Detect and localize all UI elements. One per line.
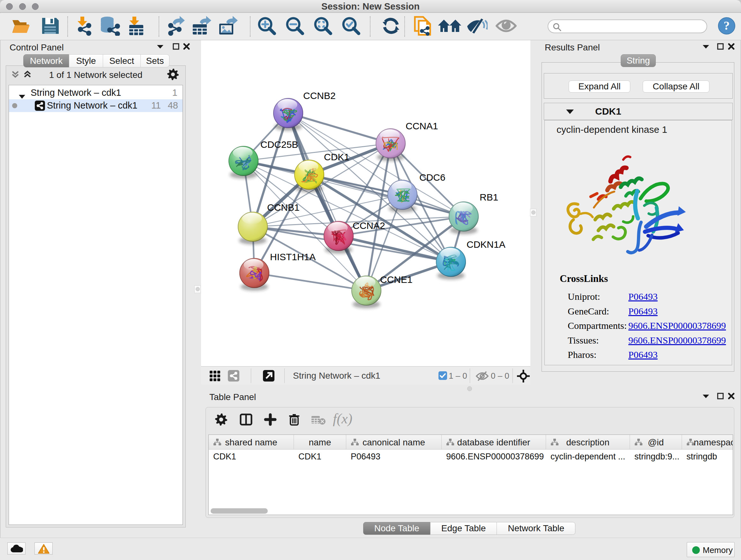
network-node-CCNE1[interactable] (351, 275, 381, 308)
open-view-in-window-icon[interactable] (263, 370, 274, 381)
hide-selected-icon[interactable] (467, 17, 488, 37)
network-node-CCNA1[interactable] (376, 128, 406, 161)
section-expander-icon[interactable] (566, 109, 574, 116)
tab-select[interactable]: Select (103, 54, 141, 67)
expand-all-button[interactable]: Expand All (569, 80, 630, 92)
table-cell[interactable]: CDK1 (209, 449, 294, 463)
split-view-icon[interactable] (240, 413, 253, 427)
close-panel-icon[interactable] (183, 43, 190, 51)
help-icon[interactable]: ? (718, 17, 736, 36)
save-icon[interactable] (41, 17, 59, 37)
import-table-icon[interactable] (127, 16, 145, 37)
tab-network[interactable]: Network (23, 54, 69, 67)
zoom-selected-icon[interactable] (341, 16, 360, 37)
warning-button[interactable] (35, 543, 53, 555)
tab-style[interactable]: Style (69, 54, 103, 67)
table-cell[interactable]: P06493 (346, 449, 442, 463)
memory-button[interactable]: Memory (687, 542, 735, 557)
close-panel-icon[interactable] (728, 43, 735, 51)
left-splitter-handle[interactable] (194, 286, 201, 293)
open-folder-icon[interactable] (11, 17, 31, 36)
network-node-CDKN1A[interactable] (436, 247, 466, 279)
tab-sets[interactable]: Sets (140, 54, 170, 67)
network-node-CDC25B[interactable] (228, 146, 259, 179)
column-header-canonical-name[interactable]: canonical name (346, 435, 442, 449)
import-database-icon[interactable] (99, 16, 120, 37)
cdk1-section-header[interactable]: CDK1 (544, 103, 733, 120)
crosslink-link[interactable]: 9606.ENSP00000378699 (628, 320, 726, 331)
column-header-namespace[interactable]: namespace (682, 435, 733, 449)
window-title: Session: New Session (0, 1, 741, 12)
tab-edge-table[interactable]: Edge Table (430, 522, 497, 535)
tab-network-table[interactable]: Network Table (496, 522, 576, 535)
float-panel-icon[interactable] (717, 393, 724, 401)
table-cell[interactable]: cyclin-dependent ... (546, 449, 630, 463)
network-node-CCNB1[interactable] (238, 212, 268, 244)
add-column-icon[interactable] (264, 413, 277, 427)
export-image-icon[interactable] (218, 16, 238, 37)
network-node-HIST1H1A[interactable] (239, 258, 269, 291)
search-input[interactable] (548, 19, 707, 33)
crosslink-link[interactable]: P06493 (628, 306, 658, 317)
zoom-fit-icon[interactable] (313, 16, 333, 37)
export-table-icon[interactable] (192, 16, 211, 37)
panel-menu-icon[interactable] (702, 44, 710, 51)
column-header-label: namespace (682, 437, 733, 448)
column-header--id[interactable]: @id (630, 435, 682, 449)
table-cell[interactable]: 9606.ENSP00000378699 (442, 449, 546, 463)
selected-checkbox-icon[interactable] (439, 371, 447, 380)
show-all-icon[interactable] (495, 18, 517, 35)
network-label: String Network – cdk1 (47, 100, 138, 111)
network-collection-row[interactable]: String Network – cdk1 1 (9, 86, 183, 99)
column-header-name[interactable]: name (294, 435, 346, 449)
refresh-icon[interactable] (381, 16, 401, 37)
network-node-RB1[interactable] (449, 201, 479, 234)
panel-menu-icon[interactable] (702, 394, 710, 400)
delete-column-trash-icon[interactable] (288, 413, 300, 427)
delete-table-icon[interactable] (311, 415, 326, 427)
zoom-out-icon[interactable] (285, 16, 305, 37)
float-panel-icon[interactable] (717, 43, 724, 51)
protein-description: cyclin-dependent kinase 1 (556, 124, 667, 135)
node-label-HIST1H1A: HIST1H1A (270, 252, 316, 262)
table-gear-icon[interactable] (215, 413, 227, 427)
table-cell[interactable]: CDK1 (294, 449, 346, 463)
network-node-CDC6[interactable] (387, 180, 417, 212)
hidden-eye-icon[interactable] (475, 371, 489, 383)
cloud-button[interactable] (7, 543, 25, 555)
network-share-icon[interactable] (228, 370, 239, 381)
import-network-icon[interactable] (73, 16, 92, 37)
node-label-CDK1: CDK1 (324, 152, 349, 162)
network-canvas[interactable]: CCNB2CCNA1CDC25BCDK1CDC6RB1CCNB1CCNA2CDK… (201, 40, 530, 366)
fit-selected-crosshair-icon[interactable] (517, 370, 530, 385)
network-node-CCNA2[interactable] (324, 221, 354, 253)
birdseye-grid-icon[interactable] (209, 370, 221, 384)
network-row[interactable]: String Network – cdk1 11 48 (9, 99, 183, 112)
network-node-CCNB2[interactable] (273, 98, 303, 131)
column-header-description[interactable]: description (546, 435, 630, 449)
crosslink-link[interactable]: P06493 (628, 349, 658, 360)
clone-network-icon[interactable] (413, 16, 432, 37)
first-neighbors-icon[interactable] (438, 17, 461, 36)
tab-node-table[interactable]: Node Table (363, 522, 430, 535)
close-panel-icon[interactable] (728, 393, 735, 401)
network-node-CDK1[interactable] (294, 160, 324, 192)
panel-menu-icon[interactable] (156, 44, 164, 51)
function-builder-icon[interactable]: f(x) (333, 411, 352, 427)
crosslink-link[interactable]: 9606.ENSP00000378699 (628, 335, 726, 346)
network-options-gear-icon[interactable] (167, 68, 179, 82)
table-cell[interactable]: stringdb (682, 449, 733, 463)
export-network-icon[interactable] (166, 16, 186, 37)
table-horizontal-scrollbar[interactable] (211, 508, 268, 514)
column-header-database-identifier[interactable]: database identifier (442, 435, 546, 449)
toolbar-separator (250, 16, 251, 37)
zoom-in-icon[interactable] (257, 16, 276, 37)
table-cell[interactable]: stringdb:9... (630, 449, 682, 463)
collapse-all-button[interactable]: Collapse All (643, 80, 710, 92)
column-header-shared-name[interactable]: shared name (209, 435, 294, 449)
right-splitter-handle[interactable] (530, 209, 536, 216)
crosslink-link[interactable]: P06493 (628, 291, 658, 302)
tab-string[interactable]: String (621, 54, 656, 67)
float-panel-icon[interactable] (173, 43, 179, 51)
network-edge-CCNB2-CCNA1[interactable] (288, 113, 391, 143)
